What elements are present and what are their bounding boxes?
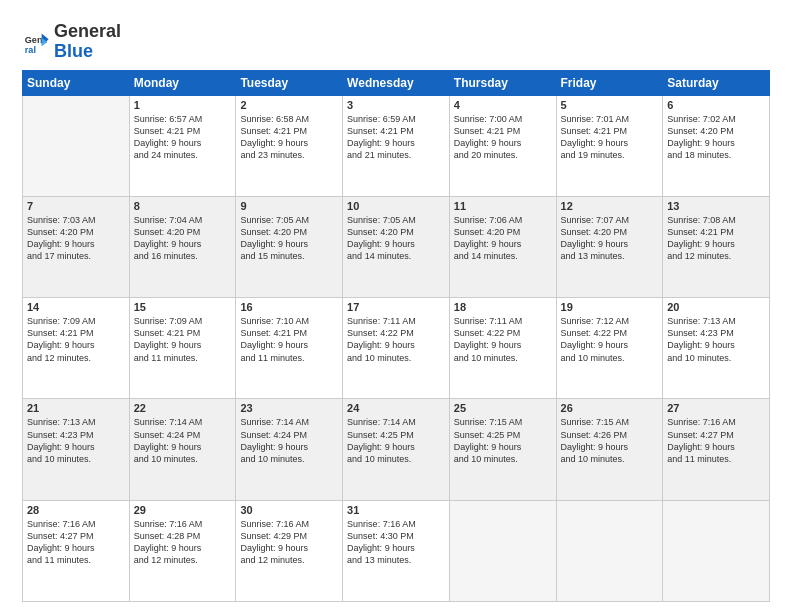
calendar-cell (23, 95, 130, 196)
week-row-3: 14Sunrise: 7:09 AMSunset: 4:21 PMDayligh… (23, 298, 770, 399)
calendar-cell: 7Sunrise: 7:03 AMSunset: 4:20 PMDaylight… (23, 196, 130, 297)
weekday-header-monday: Monday (129, 70, 236, 95)
day-number: 27 (667, 402, 765, 414)
calendar-cell: 19Sunrise: 7:12 AMSunset: 4:22 PMDayligh… (556, 298, 663, 399)
day-number: 16 (240, 301, 338, 313)
logo-text-line2: Blue (54, 42, 121, 62)
weekday-header-thursday: Thursday (449, 70, 556, 95)
calendar-table: SundayMondayTuesdayWednesdayThursdayFrid… (22, 70, 770, 602)
day-content: Sunrise: 7:15 AMSunset: 4:26 PMDaylight:… (561, 416, 659, 465)
calendar-cell: 31Sunrise: 7:16 AMSunset: 4:30 PMDayligh… (343, 500, 450, 601)
day-content: Sunrise: 7:00 AMSunset: 4:21 PMDaylight:… (454, 113, 552, 162)
day-number: 19 (561, 301, 659, 313)
calendar-cell: 14Sunrise: 7:09 AMSunset: 4:21 PMDayligh… (23, 298, 130, 399)
day-content: Sunrise: 7:03 AMSunset: 4:20 PMDaylight:… (27, 214, 125, 263)
calendar-cell: 28Sunrise: 7:16 AMSunset: 4:27 PMDayligh… (23, 500, 130, 601)
logo: Gene ral General Blue (22, 22, 121, 62)
day-content: Sunrise: 7:14 AMSunset: 4:25 PMDaylight:… (347, 416, 445, 465)
calendar-cell: 13Sunrise: 7:08 AMSunset: 4:21 PMDayligh… (663, 196, 770, 297)
day-number: 25 (454, 402, 552, 414)
day-content: Sunrise: 7:06 AMSunset: 4:20 PMDaylight:… (454, 214, 552, 263)
day-content: Sunrise: 7:07 AMSunset: 4:20 PMDaylight:… (561, 214, 659, 263)
day-number: 29 (134, 504, 232, 516)
calendar-cell (449, 500, 556, 601)
day-number: 7 (27, 200, 125, 212)
day-number: 3 (347, 99, 445, 111)
day-content: Sunrise: 6:58 AMSunset: 4:21 PMDaylight:… (240, 113, 338, 162)
day-content: Sunrise: 6:57 AMSunset: 4:21 PMDaylight:… (134, 113, 232, 162)
day-number: 9 (240, 200, 338, 212)
day-number: 14 (27, 301, 125, 313)
day-content: Sunrise: 7:09 AMSunset: 4:21 PMDaylight:… (134, 315, 232, 364)
day-content: Sunrise: 7:11 AMSunset: 4:22 PMDaylight:… (454, 315, 552, 364)
page: Gene ral General Blue SundayMondayTuesda… (0, 0, 792, 612)
calendar-cell: 9Sunrise: 7:05 AMSunset: 4:20 PMDaylight… (236, 196, 343, 297)
day-number: 20 (667, 301, 765, 313)
calendar-cell: 5Sunrise: 7:01 AMSunset: 4:21 PMDaylight… (556, 95, 663, 196)
calendar-cell: 4Sunrise: 7:00 AMSunset: 4:21 PMDaylight… (449, 95, 556, 196)
calendar-cell: 1Sunrise: 6:57 AMSunset: 4:21 PMDaylight… (129, 95, 236, 196)
calendar-cell: 8Sunrise: 7:04 AMSunset: 4:20 PMDaylight… (129, 196, 236, 297)
calendar-cell: 18Sunrise: 7:11 AMSunset: 4:22 PMDayligh… (449, 298, 556, 399)
weekday-header-wednesday: Wednesday (343, 70, 450, 95)
day-number: 15 (134, 301, 232, 313)
calendar-cell: 22Sunrise: 7:14 AMSunset: 4:24 PMDayligh… (129, 399, 236, 500)
day-content: Sunrise: 7:08 AMSunset: 4:21 PMDaylight:… (667, 214, 765, 263)
day-content: Sunrise: 7:10 AMSunset: 4:21 PMDaylight:… (240, 315, 338, 364)
day-content: Sunrise: 6:59 AMSunset: 4:21 PMDaylight:… (347, 113, 445, 162)
calendar-cell: 3Sunrise: 6:59 AMSunset: 4:21 PMDaylight… (343, 95, 450, 196)
day-number: 10 (347, 200, 445, 212)
day-number: 11 (454, 200, 552, 212)
day-number: 2 (240, 99, 338, 111)
day-content: Sunrise: 7:14 AMSunset: 4:24 PMDaylight:… (134, 416, 232, 465)
day-content: Sunrise: 7:05 AMSunset: 4:20 PMDaylight:… (347, 214, 445, 263)
calendar-cell: 11Sunrise: 7:06 AMSunset: 4:20 PMDayligh… (449, 196, 556, 297)
day-number: 23 (240, 402, 338, 414)
day-content: Sunrise: 7:16 AMSunset: 4:28 PMDaylight:… (134, 518, 232, 567)
day-number: 6 (667, 99, 765, 111)
week-row-1: 1Sunrise: 6:57 AMSunset: 4:21 PMDaylight… (23, 95, 770, 196)
day-content: Sunrise: 7:11 AMSunset: 4:22 PMDaylight:… (347, 315, 445, 364)
weekday-header-saturday: Saturday (663, 70, 770, 95)
day-number: 13 (667, 200, 765, 212)
day-content: Sunrise: 7:16 AMSunset: 4:27 PMDaylight:… (667, 416, 765, 465)
day-number: 12 (561, 200, 659, 212)
calendar-cell: 6Sunrise: 7:02 AMSunset: 4:20 PMDaylight… (663, 95, 770, 196)
day-number: 28 (27, 504, 125, 516)
calendar-cell: 29Sunrise: 7:16 AMSunset: 4:28 PMDayligh… (129, 500, 236, 601)
day-number: 26 (561, 402, 659, 414)
calendar-cell: 25Sunrise: 7:15 AMSunset: 4:25 PMDayligh… (449, 399, 556, 500)
calendar-cell: 26Sunrise: 7:15 AMSunset: 4:26 PMDayligh… (556, 399, 663, 500)
day-content: Sunrise: 7:02 AMSunset: 4:20 PMDaylight:… (667, 113, 765, 162)
header: Gene ral General Blue (22, 18, 770, 62)
day-number: 24 (347, 402, 445, 414)
calendar-cell: 2Sunrise: 6:58 AMSunset: 4:21 PMDaylight… (236, 95, 343, 196)
svg-text:ral: ral (25, 44, 36, 54)
day-number: 22 (134, 402, 232, 414)
week-row-5: 28Sunrise: 7:16 AMSunset: 4:27 PMDayligh… (23, 500, 770, 601)
day-number: 5 (561, 99, 659, 111)
calendar-cell (556, 500, 663, 601)
weekday-header-tuesday: Tuesday (236, 70, 343, 95)
day-content: Sunrise: 7:16 AMSunset: 4:29 PMDaylight:… (240, 518, 338, 567)
day-number: 18 (454, 301, 552, 313)
day-number: 1 (134, 99, 232, 111)
calendar-cell: 16Sunrise: 7:10 AMSunset: 4:21 PMDayligh… (236, 298, 343, 399)
week-row-4: 21Sunrise: 7:13 AMSunset: 4:23 PMDayligh… (23, 399, 770, 500)
day-number: 31 (347, 504, 445, 516)
day-number: 17 (347, 301, 445, 313)
day-content: Sunrise: 7:16 AMSunset: 4:27 PMDaylight:… (27, 518, 125, 567)
day-content: Sunrise: 7:16 AMSunset: 4:30 PMDaylight:… (347, 518, 445, 567)
day-content: Sunrise: 7:05 AMSunset: 4:20 PMDaylight:… (240, 214, 338, 263)
calendar-cell: 10Sunrise: 7:05 AMSunset: 4:20 PMDayligh… (343, 196, 450, 297)
calendar-cell: 24Sunrise: 7:14 AMSunset: 4:25 PMDayligh… (343, 399, 450, 500)
calendar-cell: 20Sunrise: 7:13 AMSunset: 4:23 PMDayligh… (663, 298, 770, 399)
calendar-cell: 17Sunrise: 7:11 AMSunset: 4:22 PMDayligh… (343, 298, 450, 399)
day-content: Sunrise: 7:13 AMSunset: 4:23 PMDaylight:… (27, 416, 125, 465)
calendar-cell: 12Sunrise: 7:07 AMSunset: 4:20 PMDayligh… (556, 196, 663, 297)
weekday-header-friday: Friday (556, 70, 663, 95)
calendar-cell (663, 500, 770, 601)
day-number: 21 (27, 402, 125, 414)
calendar-cell: 15Sunrise: 7:09 AMSunset: 4:21 PMDayligh… (129, 298, 236, 399)
calendar-cell: 23Sunrise: 7:14 AMSunset: 4:24 PMDayligh… (236, 399, 343, 500)
